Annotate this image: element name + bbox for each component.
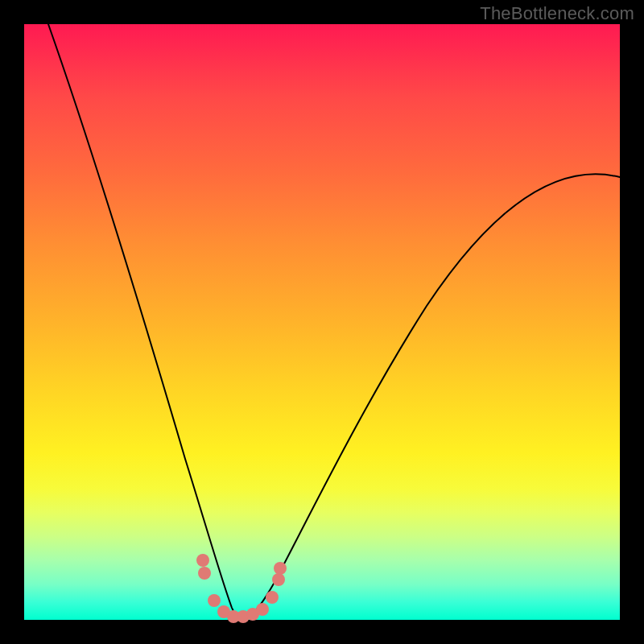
chart-frame: TheBottleneck.com [0, 0, 644, 644]
highlight-dots [196, 554, 287, 623]
curve-svg [24, 24, 620, 620]
svg-point-0 [196, 554, 209, 567]
watermark-text: TheBottleneck.com [480, 3, 634, 24]
plot-area [24, 24, 620, 620]
svg-point-7 [256, 603, 269, 616]
svg-point-1 [198, 567, 211, 580]
svg-point-10 [274, 562, 287, 575]
svg-point-9 [272, 573, 285, 586]
bottleneck-curve [48, 24, 620, 618]
svg-point-8 [266, 591, 279, 604]
svg-point-2 [208, 594, 221, 607]
